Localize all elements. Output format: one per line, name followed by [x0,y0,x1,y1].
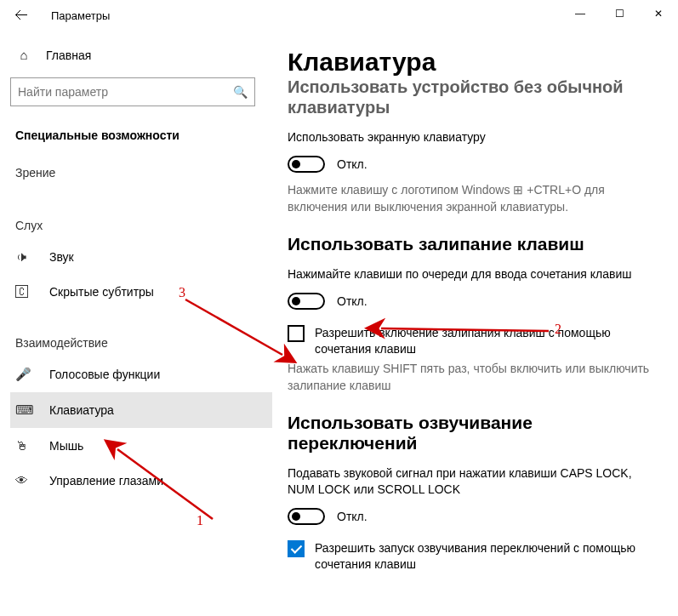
group-interaction: Взаимодействие [10,331,272,355]
annotation-1: 1 [197,513,203,528]
togglekeys-shortcut-label: Разрешить запуск озвучивания переключени… [315,540,656,573]
maximize-button[interactable]: ☐ [600,0,639,27]
section-sticky-title: Использовать залипание клавиш [288,234,656,254]
sticky-shortcut-label: Разрешить включение залипания клавиш с п… [315,325,656,357]
toggle-state: Откл. [337,294,367,308]
toggle-keys-toggle[interactable] [288,508,325,525]
home-icon: ⌂ [15,48,32,62]
sidebar-item-keyboard[interactable]: ⌨ Клавиатура [10,392,272,428]
captions-icon: 🄲 [15,284,34,299]
sound-icon: 🕩 [15,249,34,264]
sidebar-item-label: Управление глазами [49,474,163,488]
sidebar-item-captions[interactable]: 🄲 Скрытые субтитры [10,274,272,309]
sidebar-item-voice[interactable]: 🎤 Голосовые функции [10,356,272,392]
page-title: Клавиатура [288,48,656,77]
keyboard-icon: ⌨ [15,402,34,418]
eye-icon: 👁 [15,473,34,488]
sidebar-item-mouse[interactable]: 🖱 Мышь [10,428,272,463]
annotation-2: 2 [555,322,561,337]
sticky-shortcut-checkbox[interactable] [288,325,305,342]
sidebar-item-sound[interactable]: 🕩 Звук [10,239,272,274]
window-controls: — ☐ ✕ [561,0,678,27]
togglekeys-desc: Подавать звуковой сигнал при нажатии кла… [288,465,656,498]
group-accessibility: Специальные возможности [10,125,272,145]
section-togglekeys-title: Использовать озвучивание переключений [288,413,656,453]
search-input[interactable] [18,85,233,99]
close-button[interactable]: ✕ [639,0,678,27]
content-panel: Клавиатура Использовать устройство без о… [272,31,678,616]
section-onscreen-title: Использовать устройство без обычной клав… [288,77,656,117]
sidebar-item-label: Скрытые субтитры [49,285,154,299]
sticky-desc: Нажимайте клавиши по очереди для ввода с… [288,266,656,282]
sidebar-item-eye-control[interactable]: 👁 Управление глазами [10,463,272,498]
toggle-state: Откл. [337,510,367,523]
onscreen-keyboard-desc: Использовать экранную клавиатуру [288,129,656,145]
sidebar-item-label: Мышь [49,439,83,453]
home-label: Главная [46,48,91,62]
mouse-icon: 🖱 [15,438,34,453]
onscreen-keyboard-hint: Нажмите клавишу с логотипом Windows ⊞ +C… [288,181,656,216]
togglekeys-shortcut-checkbox[interactable] [288,540,305,557]
sidebar: ⌂ Главная 🔍 Специальные возможности Зрен… [0,31,272,616]
group-hearing: Слух [10,214,272,237]
back-button[interactable]: 🡠 [9,3,34,28]
window-title: Параметры [51,9,110,22]
annotation-3: 3 [179,285,185,300]
sidebar-item-label: Голосовые функции [49,368,160,381]
search-box[interactable]: 🔍 [10,77,255,106]
mic-icon: 🎤 [15,367,34,382]
sidebar-item-label: Клавиатура [49,403,114,417]
home-nav[interactable]: ⌂ Главная [10,41,272,69]
onscreen-keyboard-toggle[interactable] [288,156,325,173]
group-vision: Зрение [10,161,272,185]
sticky-hint: Нажать клавишу SHIFT пять раз, чтобы вкл… [288,361,656,394]
minimize-button[interactable]: — [561,0,600,27]
search-icon: 🔍 [233,85,248,99]
sidebar-item-label: Звук [49,250,74,264]
sticky-keys-toggle[interactable] [288,293,325,310]
toggle-state: Откл. [337,157,367,171]
